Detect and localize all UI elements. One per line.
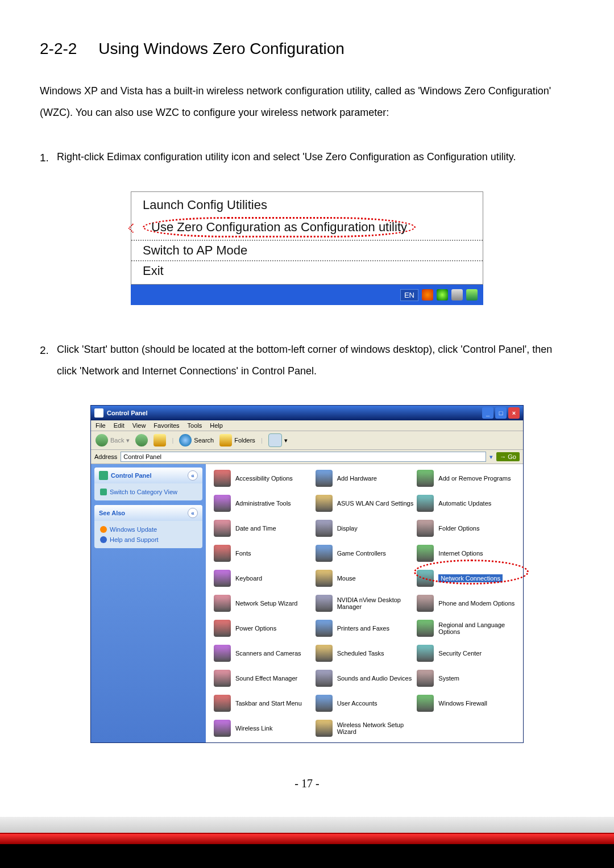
cp-item[interactable]: Keyboard bbox=[214, 570, 312, 587]
cp-item-label: Date and Time bbox=[235, 525, 276, 532]
cp-item-label: Folder Options bbox=[438, 525, 479, 532]
minimize-button[interactable]: _ bbox=[482, 407, 493, 419]
side-panel-header-2[interactable]: See Also « bbox=[94, 505, 202, 521]
maximize-button[interactable]: □ bbox=[495, 407, 507, 419]
back-button[interactable]: Back ▾ bbox=[96, 434, 130, 446]
up-button[interactable] bbox=[154, 434, 166, 446]
back-label: Back bbox=[110, 437, 124, 444]
search-button[interactable]: Search bbox=[179, 434, 214, 446]
cp-item[interactable]: ASUS WLAN Card Settings bbox=[316, 495, 414, 512]
forward-button[interactable] bbox=[135, 434, 148, 446]
cp-item-icon bbox=[417, 470, 434, 487]
cp-item[interactable]: System bbox=[417, 670, 515, 687]
cp-item[interactable]: Printers and Faxes bbox=[316, 620, 414, 637]
tray-volume-icon[interactable] bbox=[451, 289, 463, 301]
side-panel-body-2: Windows Update Help and Support bbox=[94, 521, 202, 548]
windows-update-link[interactable]: Windows Update bbox=[100, 524, 197, 535]
tray-wireless-icon[interactable] bbox=[466, 289, 478, 301]
cp-item[interactable]: Regional and Language Options bbox=[417, 620, 515, 637]
cp-item[interactable]: Automatic Updates bbox=[417, 495, 515, 512]
folders-button[interactable]: Folders bbox=[219, 434, 255, 446]
side-panel-control-panel: Control Panel « Switch to Category View bbox=[94, 468, 202, 500]
intro-paragraph: Windows XP and Vista has a built-in wire… bbox=[40, 81, 574, 124]
menu-item-zero-config-row[interactable]: Use Zero Configuration as Configuration … bbox=[131, 215, 483, 240]
menu-item-switch-ap[interactable]: Switch to AP Mode bbox=[131, 240, 483, 261]
cp-item-icon bbox=[214, 520, 231, 537]
cp-item-label: Phone and Modem Options bbox=[438, 600, 515, 607]
tray-network-icon[interactable] bbox=[437, 289, 448, 301]
cp-item[interactable]: Add or Remove Programs bbox=[417, 470, 515, 487]
cp-item[interactable]: Wireless Network Setup Wizard bbox=[316, 720, 414, 737]
step-number: 1. bbox=[40, 147, 57, 169]
cp-item-label: Accessibility Options bbox=[235, 475, 293, 482]
menu-file[interactable]: File bbox=[96, 422, 106, 429]
cp-item-label: Wireless Link bbox=[235, 725, 272, 732]
highlight-oval-network bbox=[414, 560, 529, 585]
cp-item[interactable]: Taskbar and Start Menu bbox=[214, 695, 312, 712]
cp-item-label: Windows Firewall bbox=[438, 700, 487, 707]
menu-edit[interactable]: Edit bbox=[114, 422, 125, 429]
menu-favorites[interactable]: Favorites bbox=[154, 422, 179, 429]
cp-item[interactable]: Security Center bbox=[417, 645, 515, 662]
cp-item-icon bbox=[316, 495, 333, 512]
cp-item[interactable]: Windows Firewall bbox=[417, 695, 515, 712]
cp-item[interactable]: Administrative Tools bbox=[214, 495, 312, 512]
chevron-up-icon[interactable]: « bbox=[188, 470, 198, 481]
cp-item[interactable]: Game Controllers bbox=[316, 545, 414, 562]
views-button[interactable]: ▾ bbox=[268, 433, 288, 447]
up-icon bbox=[154, 434, 166, 446]
side-panel-see-also: See Also « Windows Update Help and Suppo… bbox=[94, 505, 202, 548]
cp-item-label: User Accounts bbox=[337, 700, 377, 707]
control-panel-small-icon bbox=[99, 471, 108, 480]
search-icon bbox=[179, 434, 192, 446]
section-heading: 2-2-2 Using Windows Zero Configuration bbox=[40, 40, 574, 58]
steps-list-2: 2. Click 'Start' button (should be locat… bbox=[40, 339, 574, 382]
cp-item[interactable]: Folder Options bbox=[417, 520, 515, 537]
menu-item-launch[interactable]: Launch Config Utilities bbox=[131, 195, 483, 215]
cp-item[interactable]: Mouse bbox=[316, 570, 414, 587]
cp-item-icon bbox=[417, 695, 434, 712]
cp-item-icon bbox=[417, 520, 434, 537]
menu-help[interactable]: Help bbox=[210, 422, 223, 429]
cp-item[interactable]: User Accounts bbox=[316, 695, 414, 712]
cp-item[interactable]: Accessibility Options bbox=[214, 470, 312, 487]
cp-item[interactable]: Wireless Link bbox=[214, 720, 312, 737]
switch-category-view-link[interactable]: Switch to Category View bbox=[100, 487, 197, 497]
cp-item[interactable]: Scheduled Tasks bbox=[316, 645, 414, 662]
address-dropdown-icon[interactable]: ▾ bbox=[489, 453, 493, 461]
tray-shield-icon[interactable] bbox=[422, 289, 433, 301]
cp-item[interactable]: Phone and Modem Options bbox=[417, 595, 515, 612]
cp-item[interactable]: Network Setup Wizard bbox=[214, 595, 312, 612]
cp-item[interactable]: Sound Effect Manager bbox=[214, 670, 312, 687]
cp-item-icon bbox=[214, 645, 231, 662]
step-1: 1. Right-click Edimax configuration util… bbox=[40, 147, 574, 169]
cp-item[interactable]: Add Hardware bbox=[316, 470, 414, 487]
side-panel-header[interactable]: Control Panel « bbox=[94, 468, 202, 483]
chevron-up-icon-2[interactable]: « bbox=[188, 508, 198, 518]
close-button[interactable]: × bbox=[508, 407, 520, 419]
address-input[interactable] bbox=[121, 452, 486, 462]
cp-item-label: System bbox=[438, 675, 459, 682]
search-label: Search bbox=[194, 437, 214, 444]
cp-item[interactable]: Scanners and Cameras bbox=[214, 645, 312, 662]
cp-item[interactable]: NVIDIA nView Desktop Manager bbox=[316, 595, 414, 612]
cp-item-icon bbox=[316, 545, 333, 562]
cp-item[interactable]: Sounds and Audio Devices bbox=[316, 670, 414, 687]
step-text: Right-click Edimax configuration utility… bbox=[57, 147, 574, 169]
cp-item[interactable]: Display bbox=[316, 520, 414, 537]
cp-item[interactable]: Fonts bbox=[214, 545, 312, 562]
language-indicator[interactable]: EN bbox=[400, 289, 418, 301]
cp-item[interactable]: Date and Time bbox=[214, 520, 312, 537]
side-panel-title: Control Panel bbox=[111, 472, 152, 479]
step-text: Click 'Start' button (should be located … bbox=[57, 339, 574, 382]
window-body: Control Panel « Switch to Category View … bbox=[91, 464, 523, 742]
go-button[interactable]: → Go bbox=[496, 452, 520, 461]
taskbar: EN bbox=[131, 285, 483, 305]
cp-item[interactable]: Power Options bbox=[214, 620, 312, 637]
menu-item-exit[interactable]: Exit bbox=[131, 261, 483, 281]
go-label: Go bbox=[508, 453, 516, 460]
help-support-link[interactable]: Help and Support bbox=[100, 535, 197, 545]
menu-tools[interactable]: Tools bbox=[188, 422, 202, 429]
menu-view[interactable]: View bbox=[132, 422, 146, 429]
side-panel-area: Control Panel « Switch to Category View … bbox=[91, 464, 206, 742]
